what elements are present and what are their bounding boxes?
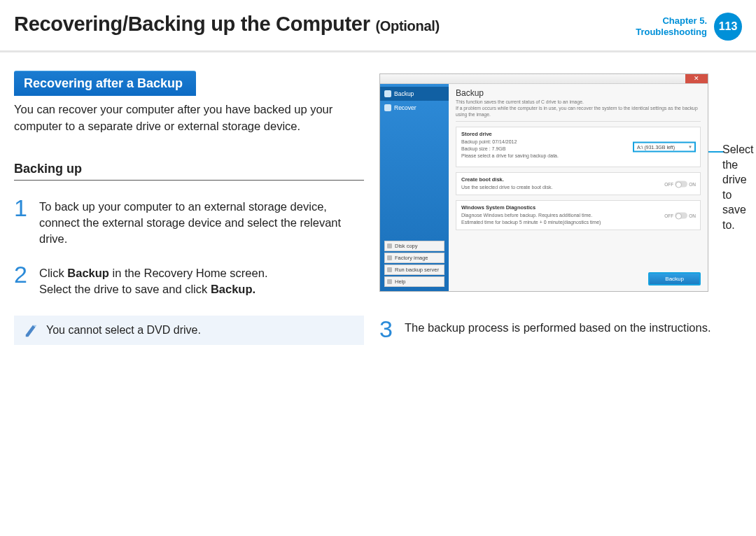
callout-select-drive: Select the drive to save to. — [722, 142, 753, 233]
pane-description: This function saves the current status o… — [456, 99, 701, 122]
select-drive-hint: Please select a drive for saving backup … — [461, 153, 695, 160]
step-text: Click Backup in the Recovery Home screen… — [39, 262, 267, 297]
step-2: 2 Click Backup in the Recovery Home scre… — [14, 262, 364, 297]
left-column: Recovering after a Backup You can recove… — [14, 71, 364, 345]
backup-button[interactable]: Backup — [648, 272, 701, 285]
section-banner: Recovering after a Backup — [14, 71, 196, 96]
window-titlebar: ✕ — [380, 74, 708, 84]
panel-diagnostics: Windows System Diagnostics Diagnose Wind… — [456, 200, 701, 230]
intro-text: You can recover your computer after you … — [14, 101, 364, 135]
note-box: You cannot select a DVD drive. — [14, 316, 364, 345]
disk-copy-button[interactable]: Disk copy — [384, 241, 444, 251]
toggle-knob-icon — [675, 212, 687, 218]
close-icon[interactable]: ✕ — [685, 74, 708, 83]
chapter-block: Chapter 5. Troubleshooting 113 — [636, 13, 742, 41]
page-title: Recovering/Backing up the Computer (Opti… — [14, 13, 440, 36]
panel-title: Stored drive — [461, 131, 695, 137]
pane-title: Backup — [456, 88, 701, 98]
panel-title: Windows System Diagnostics — [461, 204, 695, 211]
sidebar-item-backup[interactable]: Backup — [380, 87, 449, 101]
text-bold: Backup — [67, 267, 109, 279]
help-button[interactable]: Help — [384, 276, 444, 287]
step-text: To back up your computer to an external … — [39, 196, 364, 247]
step-1: 1 To back up your computer to an externa… — [14, 196, 364, 247]
factory-image-button[interactable]: Factory image — [384, 253, 444, 263]
app-sidebar: Backup Recover Disk copy Factory image R… — [380, 84, 449, 291]
toggle-on-label: ON — [689, 213, 696, 218]
toggle-off-label: OFF — [664, 213, 673, 218]
step-number: 2 — [14, 262, 31, 297]
toggle-on-label: ON — [689, 181, 696, 186]
panel-line: Diagnose Windows before backup. Requires… — [461, 212, 695, 226]
text-bold: Backup. — [211, 283, 255, 295]
panel-line: Use the selected drive to create boot di… — [461, 184, 695, 191]
title-main: Recovering/Backing up the Computer — [14, 13, 370, 35]
step-number: 3 — [379, 317, 396, 341]
panel-create-boot-disk: Create boot disk. Use the selected drive… — [456, 172, 701, 195]
step-text: The backup process is performed based on… — [405, 317, 710, 341]
title-suffix: (Optional) — [375, 18, 439, 34]
panel-stored-drive: Stored drive Backup point: 07/14/2012 Ba… — [456, 127, 701, 167]
toggle-knob-icon — [675, 181, 687, 187]
note-icon — [24, 323, 39, 338]
panel-title: Create boot disk. — [461, 176, 695, 183]
sidebar-item-recover[interactable]: Recover — [380, 101, 449, 115]
text-run: Click — [39, 267, 67, 279]
diagnostics-toggle[interactable]: OFF ON — [664, 212, 696, 218]
right-column: ✕ Backup Recover Disk copy Factory image… — [379, 71, 742, 345]
boot-disk-toggle[interactable]: OFF ON — [664, 181, 696, 187]
toggle-off-label: OFF — [664, 181, 673, 186]
run-backup-server-button[interactable]: Run backup server — [384, 265, 444, 275]
note-text: You cannot select a DVD drive. — [46, 324, 201, 337]
chapter-text: Chapter 5. Troubleshooting — [636, 15, 707, 38]
drive-select-dropdown[interactable]: A:\ (931.3GB left) — [633, 142, 696, 153]
chapter-line2: Troubleshooting — [636, 27, 707, 38]
chapter-line1: Chapter 5. — [636, 15, 707, 27]
step-number: 1 — [14, 196, 31, 247]
step-3: 3 The backup process is performed based … — [379, 317, 742, 341]
app-main-pane: Backup This function saves the current s… — [449, 84, 708, 291]
sidebar-bottom-buttons: Disk copy Factory image Run backup serve… — [384, 239, 444, 287]
page-number-badge: 113 — [714, 13, 742, 41]
app-screenshot: ✕ Backup Recover Disk copy Factory image… — [379, 73, 708, 292]
page-header: Recovering/Backing up the Computer (Opti… — [0, 0, 756, 52]
callout-connector — [708, 151, 724, 153]
subheading-backing-up: Backing up — [14, 162, 364, 181]
